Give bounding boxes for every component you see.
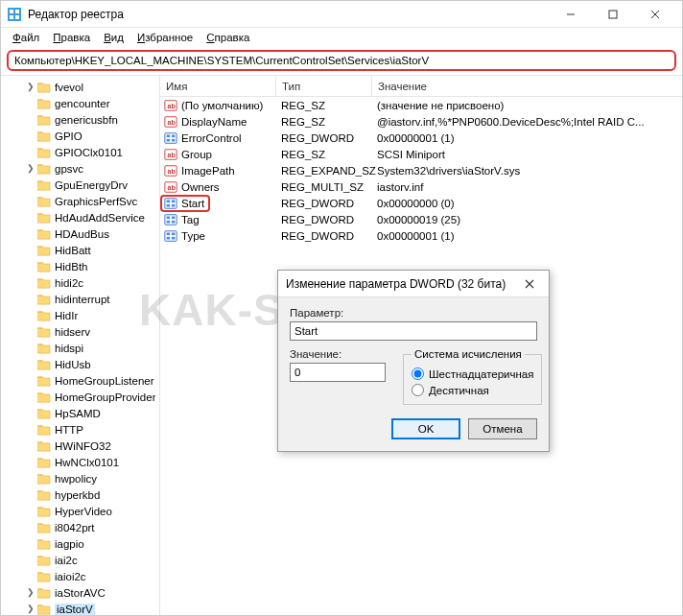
radio-dec-label: Десятичная	[429, 385, 489, 396]
list-row[interactable]: ErrorControlREG_DWORD0x00000001 (1)	[160, 130, 682, 146]
tree-item[interactable]: hidinterrupt	[1, 291, 159, 307]
tree-item[interactable]: genericusbfn	[1, 111, 159, 128]
value-icon	[164, 229, 177, 243]
tree-item[interactable]: GpuEnergyDrv	[1, 177, 159, 193]
list-row[interactable]: DisplayNameREG_SZ@iastorv.inf,%*PNP0600.…	[160, 113, 682, 130]
value-input[interactable]	[290, 363, 386, 382]
list-row[interactable]: (По умолчанию)REG_SZ(значение не присвое…	[160, 97, 682, 113]
radio-dec[interactable]	[412, 384, 424, 396]
radio-hex-label: Шестнадцатеричная	[429, 368, 533, 380]
list-row[interactable]: ImagePathREG_EXPAND_SZSystem32\drivers\i…	[160, 162, 682, 178]
tree-item-label: GpuEnergyDrv	[55, 179, 128, 191]
tree-item-label: iaioi2c	[55, 571, 86, 582]
tree-item[interactable]: HidIr	[1, 307, 159, 323]
window-title: Редактор реестра	[28, 8, 550, 21]
dialog-title: Изменение параметра DWORD (32 бита)	[286, 277, 510, 291]
folder-icon	[37, 114, 51, 126]
tree-item[interactable]: HidUsb	[1, 356, 159, 372]
value-type: REG_DWORD	[275, 132, 371, 144]
tree-item[interactable]: GPIO	[1, 128, 159, 144]
tree-item[interactable]: HomeGroupProvider	[1, 389, 159, 405]
list-row[interactable]: TagREG_DWORD0x00000019 (25)	[160, 211, 682, 227]
tree-item[interactable]: hwpolicy	[1, 470, 159, 486]
menu-item-3[interactable]: Избранное	[131, 30, 199, 45]
address-bar[interactable]: Компьютер\HKEY_LOCAL_MACHINE\SYSTEM\Curr…	[7, 50, 676, 71]
value-data: @iastorv.inf,%*PNP0600.DeviceDesc%;Intel…	[371, 116, 682, 128]
radio-dec-row[interactable]: Десятичная	[412, 384, 533, 396]
tree-item[interactable]: hyperkbd	[1, 486, 159, 503]
tree-item-label: iagpio	[55, 538, 84, 550]
folder-icon	[37, 98, 51, 109]
param-label: Параметр:	[290, 307, 537, 319]
tree-item[interactable]: iai2c	[1, 552, 159, 568]
tree-item[interactable]: iagpio	[1, 535, 159, 552]
cancel-button[interactable]: Отмена	[468, 418, 537, 439]
value-type: REG_DWORD	[275, 214, 371, 225]
maximize-button[interactable]	[592, 1, 634, 28]
tree-item[interactable]: HWiNFO32	[1, 438, 159, 454]
titlebar: Редактор реестра	[1, 1, 682, 28]
value-data: iastorv.inf	[371, 181, 682, 193]
tree-item[interactable]: ❯iaStorAVC	[1, 584, 159, 601]
value-data: 0x00000001 (1)	[371, 230, 682, 242]
radio-hex-row[interactable]: Шестнадцатеричная	[412, 367, 533, 380]
value-data: (значение не присвоено)	[371, 100, 682, 111]
tree-item[interactable]: HidBatt	[1, 242, 159, 258]
folder-icon	[37, 473, 51, 485]
tree-item[interactable]: HyperVideo	[1, 503, 159, 519]
tree-item[interactable]: HomeGroupListener	[1, 372, 159, 389]
tree-item[interactable]: iaioi2c	[1, 568, 159, 584]
tree-item[interactable]: HdAudAddService	[1, 209, 159, 225]
tree-item[interactable]: hidspi	[1, 340, 159, 356]
chevron-right-icon[interactable]: ❯	[26, 587, 35, 597]
col-header-type[interactable]: Тип	[275, 76, 371, 96]
close-button[interactable]	[634, 1, 676, 28]
tree-item-label: genericusbfn	[55, 114, 118, 126]
list-row[interactable]: OwnersREG_MULTI_SZiastorv.inf	[160, 178, 682, 195]
menu-item-4[interactable]: Справка	[200, 30, 255, 45]
folder-icon	[37, 163, 51, 175]
list-row[interactable]: TypeREG_DWORD0x00000001 (1)	[160, 227, 682, 244]
tree-item[interactable]: ❯iaStorV	[1, 601, 159, 616]
tree-item[interactable]: gencounter	[1, 95, 159, 111]
tree-item[interactable]: HDAudBus	[1, 225, 159, 242]
tree-item[interactable]: GraphicsPerfSvc	[1, 193, 159, 209]
dialog-titlebar: Изменение параметра DWORD (32 бита)	[278, 271, 549, 297]
tree-item[interactable]: HidBth	[1, 258, 159, 274]
menu-item-0[interactable]: Файл	[7, 30, 45, 45]
svg-rect-12	[609, 11, 617, 18]
list-row[interactable]: StartREG_DWORD0x00000000 (0)	[160, 195, 682, 211]
chevron-right-icon[interactable]: ❯	[26, 163, 35, 173]
tree-view[interactable]: ❯fvevolgencountergenericusbfnGPIOGPIOClx…	[1, 76, 160, 616]
tree-item[interactable]: hidserv	[1, 323, 159, 340]
folder-icon	[37, 424, 51, 436]
list-row[interactable]: GroupREG_SZSCSI Miniport	[160, 146, 682, 162]
dialog-close-button[interactable]	[510, 271, 549, 297]
tree-item[interactable]: HpSAMD	[1, 405, 159, 421]
menu-item-2[interactable]: Вид	[98, 30, 130, 45]
col-header-name[interactable]: Имя	[160, 81, 275, 92]
radio-hex[interactable]	[412, 367, 424, 380]
folder-icon	[37, 343, 51, 354]
chevron-right-icon[interactable]: ❯	[26, 82, 35, 91]
tree-item[interactable]: i8042prt	[1, 519, 159, 535]
tree-item[interactable]: ❯fvevol	[1, 79, 159, 95]
ok-button[interactable]: OK	[391, 418, 460, 439]
tree-item[interactable]: GPIOClx0101	[1, 144, 159, 160]
folder-icon	[37, 359, 51, 370]
value-icon	[164, 99, 177, 112]
menu-item-1[interactable]: Правка	[47, 30, 96, 45]
value-icon	[164, 131, 177, 145]
chevron-right-icon[interactable]: ❯	[26, 604, 35, 613]
list-header: Имя Тип Значение	[160, 76, 682, 97]
minimize-button[interactable]	[550, 1, 592, 28]
col-header-data[interactable]: Значение	[371, 76, 682, 96]
tree-item[interactable]: ❯gpsvc	[1, 160, 159, 177]
tree-item[interactable]: HwNClx0101	[1, 454, 159, 470]
param-name-field[interactable]	[290, 321, 537, 341]
folder-icon	[37, 489, 51, 501]
value-type: REG_SZ	[275, 100, 371, 111]
tree-item[interactable]: hidi2c	[1, 274, 159, 291]
tree-item[interactable]: HTTP	[1, 421, 159, 438]
tree-item-label: GraphicsPerfSvc	[55, 196, 137, 207]
